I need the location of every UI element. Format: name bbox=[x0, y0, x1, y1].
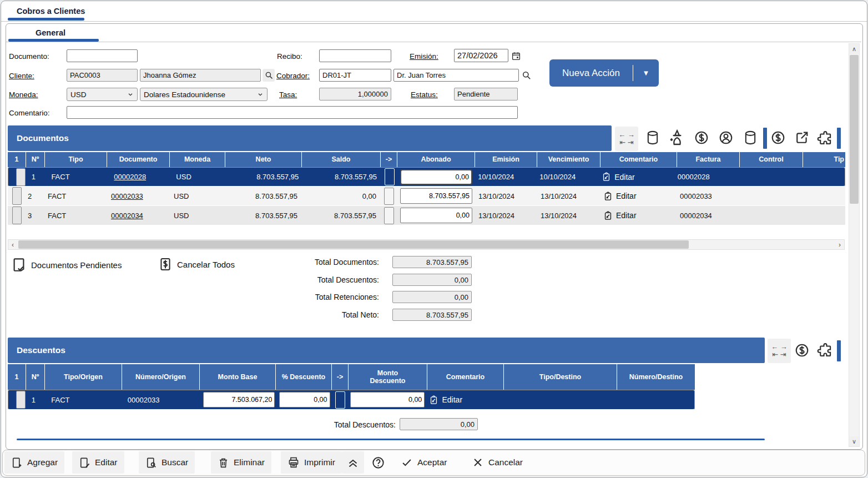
cliente-code-input[interactable] bbox=[67, 69, 138, 82]
agregar-button[interactable]: Agregar bbox=[4, 451, 64, 474]
col-abonado[interactable]: Abonado bbox=[397, 152, 475, 167]
table-row[interactable]: 2 FACT 00002033 USD 8.703.557,95 0,00 13… bbox=[8, 187, 845, 206]
descuentos-pan-arrows[interactable]: ← → ⇤ ⇥ bbox=[768, 339, 791, 363]
col-numero[interactable]: Nº bbox=[26, 152, 45, 167]
dollar-coin-icon[interactable] bbox=[794, 343, 810, 358]
tab-general[interactable]: General bbox=[36, 28, 65, 37]
editar-button[interactable]: Editar bbox=[72, 451, 124, 474]
col-numero[interactable]: Nº bbox=[26, 364, 45, 390]
monto-descuento-input[interactable] bbox=[350, 392, 425, 407]
documento-link[interactable]: 00002034 bbox=[111, 212, 143, 220]
imprimir-button[interactable]: Imprimir bbox=[281, 451, 342, 474]
vertical-scrollbar[interactable]: ∧ ∨ bbox=[849, 43, 860, 447]
col-tip[interactable]: Tip bbox=[803, 152, 845, 167]
documento-input[interactable] bbox=[67, 49, 138, 62]
scroll-up-icon[interactable]: ∧ bbox=[849, 44, 859, 54]
cobrador-name-input[interactable] bbox=[393, 69, 519, 82]
table-row[interactable]: 1 FACT 00002033 Editar bbox=[8, 390, 695, 410]
nueva-accion-dropdown-icon[interactable]: ▼ bbox=[633, 69, 659, 77]
col-select[interactable]: 1 bbox=[8, 152, 26, 167]
abonado-input[interactable] bbox=[400, 208, 472, 223]
row-selector[interactable] bbox=[12, 207, 22, 224]
col-saldo[interactable]: Saldo bbox=[302, 152, 381, 167]
collapse-toolbar-button[interactable] bbox=[342, 451, 364, 474]
nueva-accion-button[interactable]: Nueva Acción ▼ bbox=[549, 59, 659, 87]
cliente-search-icon[interactable] bbox=[263, 69, 275, 82]
scroll-down-icon[interactable]: ∨ bbox=[849, 436, 859, 446]
puzzle-icon[interactable] bbox=[817, 342, 834, 359]
cobrador-label[interactable]: Cobrador: bbox=[276, 72, 310, 80]
buscar-button[interactable]: Buscar bbox=[139, 451, 195, 474]
col-comentario[interactable]: Comentario bbox=[600, 152, 677, 167]
editar-comentario-button[interactable]: Editar bbox=[429, 395, 462, 405]
col-select[interactable]: 1 bbox=[8, 364, 26, 390]
col-monto-base[interactable]: Monto Base bbox=[200, 364, 276, 390]
cliente-name-input[interactable] bbox=[140, 69, 261, 82]
moneda-name-select[interactable]: Dolares Estadounidense bbox=[140, 88, 268, 101]
row-selector[interactable] bbox=[12, 187, 22, 205]
col-emision[interactable]: Emisión bbox=[475, 152, 537, 167]
editar-comentario-button[interactable]: Editar bbox=[603, 211, 637, 220]
abonado-input[interactable] bbox=[400, 169, 472, 185]
cancelar-todos-button[interactable]: Cancelar Todos bbox=[158, 256, 235, 272]
tasa-input[interactable] bbox=[319, 88, 391, 100]
database-icon[interactable] bbox=[645, 130, 660, 145]
wizard-icon[interactable] bbox=[668, 129, 686, 147]
editar-comentario-button[interactable]: Editar bbox=[603, 192, 637, 201]
col-moneda[interactable]: Moneda bbox=[170, 152, 225, 167]
estatus-input[interactable] bbox=[454, 88, 518, 100]
moneda-label[interactable]: Moneda: bbox=[9, 90, 38, 99]
external-link-icon[interactable] bbox=[794, 130, 810, 145]
col-numero-destino[interactable]: Número/Destino bbox=[617, 364, 695, 390]
col-tipo-origen[interactable]: Tipo/Origen bbox=[45, 364, 122, 390]
pan-arrows-icon[interactable]: ← → bbox=[771, 343, 788, 351]
col-arrow[interactable]: -> bbox=[332, 364, 349, 390]
moneda-code-select[interactable]: USD bbox=[67, 88, 138, 101]
documento-link[interactable]: 00002033 bbox=[111, 192, 143, 200]
col-arrow[interactable]: -> bbox=[381, 152, 397, 167]
emision-label[interactable]: Emisión: bbox=[410, 52, 438, 61]
cliente-label[interactable]: Cliente: bbox=[9, 72, 34, 80]
apply-arrow-box[interactable] bbox=[385, 168, 395, 185]
scroll-right-icon[interactable]: › bbox=[835, 240, 844, 249]
editar-comentario-button[interactable]: Editar bbox=[602, 172, 635, 182]
apply-arrow-box[interactable] bbox=[384, 207, 394, 224]
col-numero-origen[interactable]: Número/Origen bbox=[122, 364, 200, 390]
row-selector[interactable] bbox=[16, 168, 26, 186]
scroll-left-icon[interactable]: ‹ bbox=[8, 240, 17, 249]
puzzle-icon[interactable] bbox=[817, 130, 834, 147]
apply-arrow-box[interactable] bbox=[384, 188, 394, 205]
person-icon[interactable] bbox=[718, 130, 734, 145]
pct-descuento-input[interactable] bbox=[279, 392, 330, 407]
table-row[interactable]: 3 FACT 00002034 USD 8.703.557,95 8.703.5… bbox=[8, 206, 845, 225]
recibo-input[interactable] bbox=[319, 49, 391, 62]
table-row[interactable]: 1 FACT 00002028 USD 8.703.557,95 8.703.5… bbox=[8, 167, 845, 187]
monto-base-input[interactable] bbox=[203, 392, 275, 407]
cobrador-search-icon[interactable] bbox=[521, 70, 532, 80]
pan-end-arrows-icon[interactable]: ⇤ ⇥ bbox=[619, 139, 633, 147]
currency-icon[interactable] bbox=[694, 130, 709, 145]
database2-icon[interactable] bbox=[743, 130, 758, 145]
col-tipo[interactable]: Tipo bbox=[45, 152, 107, 167]
col-monto-descuento[interactable]: Monto Descuento bbox=[349, 364, 427, 390]
estatus-label[interactable]: Estatus: bbox=[411, 90, 438, 99]
documentos-pendientes-button[interactable]: Documentos Pendientes bbox=[11, 256, 122, 273]
col-factura[interactable]: Factura bbox=[677, 152, 740, 167]
abonado-input[interactable] bbox=[400, 188, 472, 204]
col-comentario[interactable]: Comentario bbox=[427, 364, 504, 390]
help-button[interactable] bbox=[367, 451, 388, 474]
vscroll-track[interactable] bbox=[849, 54, 859, 436]
cancelar-button[interactable]: Cancelar bbox=[465, 451, 529, 474]
dollar-coin-icon[interactable] bbox=[770, 130, 786, 145]
col-pct-descuento[interactable]: % Descuento bbox=[276, 364, 332, 390]
col-documento[interactable]: Documento bbox=[107, 152, 170, 167]
comentario-input[interactable] bbox=[67, 106, 518, 119]
aceptar-button[interactable]: Aceptar bbox=[394, 451, 453, 474]
pan-arrows-icon[interactable]: ← → bbox=[618, 131, 635, 139]
emision-date-input[interactable] bbox=[454, 49, 508, 62]
documento-link[interactable]: 00002028 bbox=[114, 173, 146, 181]
documentos-pan-arrows[interactable]: ← → ⇤ ⇥ bbox=[615, 127, 638, 151]
vscroll-thumb[interactable] bbox=[850, 55, 859, 204]
apply-arrow-box[interactable] bbox=[335, 391, 345, 409]
main-tab-cobros-a-clientes[interactable]: Cobros a Clientes bbox=[17, 7, 85, 16]
